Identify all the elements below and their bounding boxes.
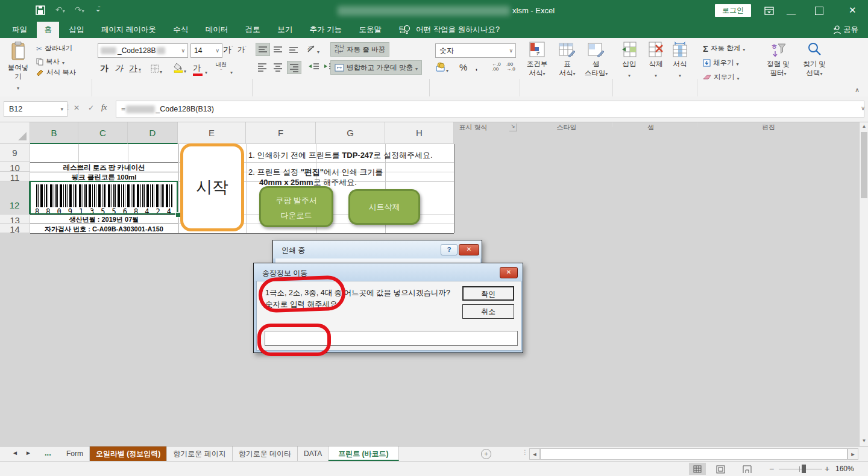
paste-button[interactable]: 붙여넣기 [6, 42, 30, 81]
find-select-button[interactable]: 찾기 및선택 [797, 42, 832, 78]
ok-button[interactable]: 확인 [462, 286, 514, 301]
align-center-button[interactable] [271, 61, 285, 73]
sheet-tab-fragrant-page[interactable]: 향기로운 페이지 [167, 446, 232, 461]
copy-button[interactable]: 복사 [36, 56, 64, 67]
cell-production-date[interactable]: 생산년월 : 2019년 07월 [30, 215, 178, 224]
hscroll-right-button[interactable]: ► [848, 448, 858, 460]
merge-center-button[interactable]: 병합하고 가운데 맞춤 [330, 60, 422, 75]
cancel-entry-icon[interactable]: ✕ [74, 104, 80, 112]
sheet-nav-left-icon[interactable]: ◄ [12, 449, 18, 456]
autosum-button[interactable]: Σ 자동 합계 [703, 43, 745, 54]
sheet-tab-fragrant-data[interactable]: 향기로운 데이타 [233, 446, 298, 461]
sheet-tab-form[interactable]: Form [60, 446, 90, 461]
tab-home[interactable]: 홈 [37, 22, 59, 38]
tab-review[interactable]: 검토 [238, 22, 268, 38]
sheet-nav-ellipsis[interactable]: ... [45, 446, 51, 460]
qat-customize-icon[interactable]: ⌄̄ [95, 5, 101, 13]
sheet-tab-data[interactable]: DATA [298, 446, 329, 461]
align-right-button[interactable] [287, 61, 301, 74]
insert-function-icon[interactable]: fx [101, 102, 107, 112]
coupang-download-button[interactable]: 쿠팡 발주서다운로드 [259, 186, 333, 227]
close-button[interactable]: ✕ [849, 5, 857, 16]
vertical-scrollbar[interactable]: ▲ ▼ [859, 122, 868, 446]
share-button[interactable]: 공유 [843, 22, 858, 38]
printing-help-button[interactable]: ? [441, 244, 458, 255]
sheet-nav-right-icon[interactable]: ► [25, 449, 31, 456]
column-header-D[interactable]: D [128, 122, 178, 144]
tab-view[interactable]: 보기 [270, 22, 300, 38]
row-header-14[interactable]: 14 [0, 224, 30, 233]
clear-button[interactable]: 지우기 [703, 72, 740, 83]
printing-dialog-titlebar[interactable]: 인쇄 중 ? ✕ [273, 240, 482, 258]
start-shape-button[interactable]: 시작 [180, 143, 244, 231]
row-header-13[interactable]: 13 [0, 215, 30, 224]
column-header-H[interactable]: H [385, 122, 454, 144]
expand-formula-bar-icon[interactable]: ∨ [861, 105, 865, 111]
row-header-11[interactable]: 11 [0, 172, 30, 181]
underline-button[interactable]: 가 [129, 63, 141, 74]
column-header-C[interactable]: C [78, 122, 128, 144]
tab-file[interactable]: 파일 [5, 22, 34, 38]
fill-button[interactable]: 채우기 [703, 57, 739, 68]
confirm-entry-icon[interactable]: ✓ [88, 104, 94, 112]
accounting-format-button[interactable] [435, 62, 448, 75]
format-painter-button[interactable]: 서식 복사 [36, 68, 76, 77]
increase-font-button[interactable]: 가ˆ [223, 45, 233, 55]
align-bottom-button[interactable] [287, 43, 300, 55]
row-header-9[interactable]: 9 [0, 144, 30, 162]
fill-color-button[interactable] [174, 62, 186, 75]
normal-view-button[interactable] [689, 463, 706, 475]
printing-close-button[interactable]: ✕ [459, 244, 479, 255]
horizontal-scrollbar[interactable] [540, 448, 848, 460]
redo-icon[interactable]: ↷▾ [75, 5, 84, 14]
sheet-delete-button[interactable]: 시트삭제 [348, 189, 420, 225]
delete-cells-button[interactable]: 삭제 [644, 42, 668, 80]
tab-formulas[interactable]: 수식 [166, 22, 195, 38]
wrap-text-button[interactable]: 가나다↩ 자동 줄 바꿈 [330, 42, 389, 57]
phonetic-button[interactable]: 내천ᆢ [216, 62, 227, 73]
sheet-tab-print-barcode[interactable]: 프린트 (바코드) [329, 446, 398, 461]
select-all-corner[interactable] [0, 122, 30, 144]
vertical-scroll-thumb[interactable] [861, 132, 867, 198]
zoom-level[interactable]: 160% [835, 465, 854, 473]
tabbar-splitter[interactable]: ⋮ [522, 449, 528, 456]
align-left-button[interactable] [256, 61, 269, 73]
font-color-button[interactable]: 가 [193, 62, 203, 76]
row-header-12[interactable]: 12 [0, 181, 30, 215]
font-name-combo[interactable]: _Code128B ∨ [98, 43, 188, 58]
row-header-10[interactable]: 10 [0, 162, 30, 172]
tab-insert[interactable]: 삽입 [61, 22, 91, 38]
cancel-dialog-button[interactable]: 취소 [462, 304, 514, 319]
maximize-button[interactable] [815, 7, 823, 15]
italic-button[interactable]: 가 [115, 63, 123, 74]
bold-button[interactable]: 가 [100, 63, 108, 74]
column-header-G[interactable]: G [316, 122, 385, 144]
tab-addins[interactable]: 추가 기능 [303, 22, 349, 38]
collapse-ribbon-button[interactable]: ∧ [855, 86, 860, 94]
page-layout-view-button[interactable] [716, 465, 725, 476]
decrease-indent-button[interactable] [307, 61, 321, 73]
orientation-button[interactable]: ab [306, 43, 319, 56]
tellme-search[interactable]: 어떤 작업을 원하시나요? [416, 22, 500, 38]
zoom-out-button[interactable]: − [769, 464, 774, 474]
tab-page-layout[interactable]: 페이지 레이아웃 [94, 22, 163, 38]
formula-input[interactable]: = _Code128B(B13) [116, 101, 864, 117]
name-box[interactable]: B12▾ [4, 101, 68, 117]
ribbon-display-options-icon[interactable] [764, 6, 774, 16]
zoom-slider-track[interactable] [779, 469, 822, 469]
cell-inspection-number[interactable]: 자가검사 번호 : C-A09B-A303001-A150 [30, 225, 178, 234]
number-format-combo[interactable]: 숫자∨ [435, 43, 516, 58]
tab-help[interactable]: 도움말 [352, 22, 389, 38]
minimize-button[interactable]: — [787, 8, 796, 18]
percent-button[interactable]: % [459, 62, 467, 72]
column-header-B[interactable]: B [30, 122, 78, 144]
font-size-combo[interactable]: 14∨ [190, 43, 222, 58]
decrease-font-button[interactable]: 가ˇ [237, 45, 247, 55]
format-as-table-button[interactable]: 표서식 [553, 42, 581, 78]
conditional-formatting-button[interactable]: ≠ 조건부서식 [523, 42, 551, 78]
hscroll-left-button[interactable]: ◄ [529, 448, 540, 460]
number-dialog-launcher[interactable]: ↘ [509, 124, 517, 131]
tab-data[interactable]: 데이터 [198, 22, 236, 38]
column-header-F[interactable]: F [246, 122, 316, 144]
comma-button[interactable]: , [475, 61, 478, 73]
